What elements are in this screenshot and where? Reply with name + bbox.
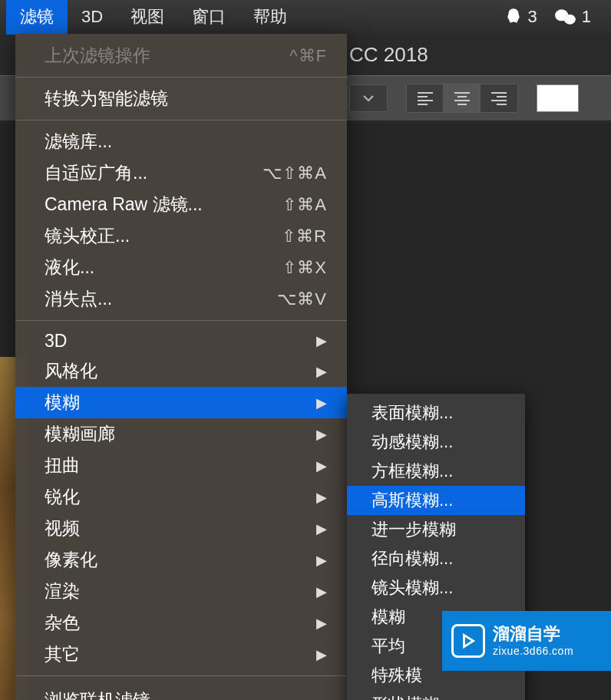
menu-separator — [15, 120, 347, 121]
menu-item-stylize[interactable]: 风格化 ▶ — [15, 355, 347, 387]
submenu-arrow-icon: ▶ — [316, 363, 327, 380]
menu-item-browse-online[interactable]: 浏览联机滤镜 — [15, 682, 347, 700]
wechat-icon — [554, 7, 577, 27]
submenu-arrow-icon: ▶ — [316, 395, 327, 411]
submenu-arrow-icon: ▶ — [316, 552, 327, 569]
menu-item-pixelate[interactable]: 像素化 ▶ — [15, 544, 347, 576]
watermark-title: 溜溜自学 — [493, 624, 573, 644]
menu-item-sharpen[interactable]: 锐化 ▶ — [15, 481, 347, 513]
submenu-item-box-blur[interactable]: 方框模糊... — [347, 457, 525, 486]
align-center-icon — [454, 91, 471, 105]
submenu-arrow-icon: ▶ — [316, 457, 327, 474]
align-right-icon — [490, 91, 507, 105]
submenu-item-surface-blur[interactable]: 表面模糊... — [347, 398, 525, 428]
submenu-item-radial-blur[interactable]: 径向模糊... — [347, 544, 525, 573]
menu-3d[interactable]: 3D — [68, 1, 117, 33]
menu-item-convert-smart[interactable]: 转换为智能滤镜 — [15, 83, 347, 114]
menubar: 滤镜 3D 视图 窗口 帮助 3 1 — [0, 0, 611, 34]
wechat-count: 1 — [582, 7, 591, 27]
menu-separator — [15, 77, 347, 78]
submenu-item-further-blur[interactable]: 进一步模糊 — [347, 515, 525, 544]
menu-item-3d[interactable]: 3D ▶ — [15, 326, 347, 355]
menu-item-lens-correction[interactable]: 镜头校正... ⇧⌘R — [15, 220, 347, 252]
submenu-item-shape-blur[interactable]: 形状模糊 — [347, 690, 525, 700]
svg-point-1 — [564, 15, 576, 25]
watermark-logo-icon — [451, 624, 485, 658]
text-align-group — [406, 84, 518, 113]
menu-item-last-filter: 上次滤镜操作 ^⌘F — [15, 40, 347, 71]
menu-help[interactable]: 帮助 — [239, 0, 301, 35]
wechat-status[interactable]: 1 — [554, 7, 591, 27]
text-color-swatch[interactable] — [537, 84, 579, 112]
align-left-icon — [417, 91, 434, 105]
menu-item-vanishing[interactable]: 消失点... ⌥⌘V — [15, 283, 347, 315]
menu-item-blur-gallery[interactable]: 模糊画廊 ▶ — [15, 418, 347, 450]
menu-item-render[interactable]: 渲染 ▶ — [15, 576, 347, 607]
chevron-down-icon — [363, 94, 374, 102]
align-left-button[interactable] — [407, 84, 444, 112]
submenu-arrow-icon: ▶ — [316, 646, 327, 663]
svg-marker-14 — [464, 635, 474, 646]
menu-item-video[interactable]: 视频 ▶ — [15, 513, 347, 544]
menu-item-noise[interactable]: 杂色 ▶ — [15, 607, 347, 639]
menu-view[interactable]: 视图 — [117, 0, 178, 35]
menubar-status: 3 1 — [504, 7, 606, 27]
align-right-button[interactable] — [481, 84, 517, 112]
submenu-item-gaussian-blur[interactable]: 高斯模糊... — [347, 486, 525, 515]
menu-separator — [15, 675, 347, 676]
submenu-arrow-icon: ▶ — [316, 615, 327, 632]
submenu-arrow-icon: ▶ — [316, 520, 327, 537]
menu-item-other[interactable]: 其它 ▶ — [15, 639, 347, 670]
menu-item-blur[interactable]: 模糊 ▶ — [15, 387, 347, 418]
submenu-arrow-icon: ▶ — [316, 426, 327, 443]
filter-dropdown-menu: 上次滤镜操作 ^⌘F 转换为智能滤镜 滤镜库... 自适应广角... ⌥⇧⌘A … — [15, 34, 347, 700]
qq-icon — [504, 7, 523, 27]
menu-item-filter-gallery[interactable]: 滤镜库... — [15, 126, 347, 157]
submenu-item-motion-blur[interactable]: 动感模糊... — [347, 428, 525, 457]
app-title: CC 2018 — [349, 43, 428, 67]
menu-item-distort[interactable]: 扭曲 ▶ — [15, 450, 347, 481]
watermark-url: zixue.3d66.com — [493, 645, 573, 658]
submenu-arrow-icon: ▶ — [316, 583, 327, 600]
menu-item-liquify[interactable]: 液化... ⇧⌘X — [15, 252, 347, 283]
qq-status[interactable]: 3 — [504, 7, 537, 27]
menu-window[interactable]: 窗口 — [178, 0, 239, 35]
options-dropdown[interactable] — [349, 84, 388, 112]
menu-separator — [15, 320, 347, 321]
menu-item-camera-raw[interactable]: Camera Raw 滤镜... ⇧⌘A — [15, 189, 347, 220]
qq-count: 3 — [528, 7, 537, 27]
menu-filter[interactable]: 滤镜 — [6, 0, 68, 35]
watermark: 溜溜自学 zixue.3d66.com — [442, 611, 611, 671]
submenu-arrow-icon: ▶ — [316, 332, 327, 349]
submenu-item-lens-blur[interactable]: 镜头模糊... — [347, 573, 525, 603]
align-center-button[interactable] — [444, 84, 481, 112]
submenu-arrow-icon: ▶ — [316, 489, 327, 506]
menu-item-adaptive-wide[interactable]: 自适应广角... ⌥⇧⌘A — [15, 157, 347, 189]
